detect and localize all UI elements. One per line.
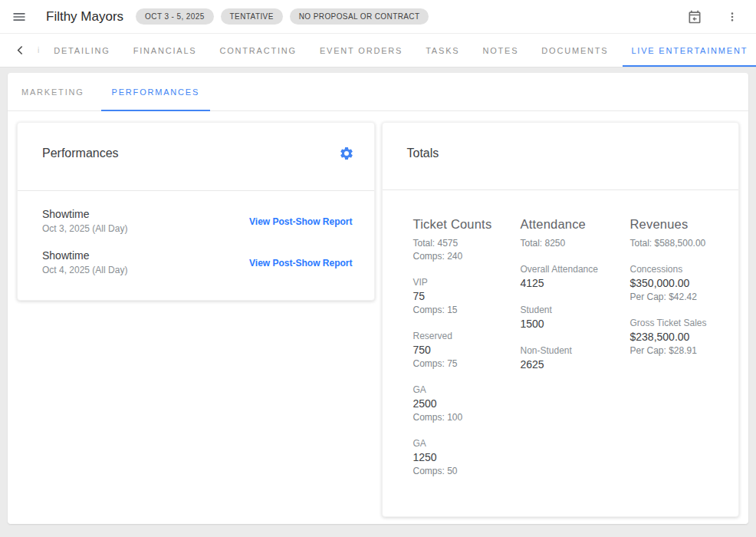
group-value: 2500 <box>413 396 521 411</box>
tab-notes[interactable]: NOTES <box>481 34 520 67</box>
tab-bar-items: DETAILINGFINANCIALSCONTRACTINGEVENT ORDE… <box>42 34 756 67</box>
totals-columns: Ticket CountsTotal: 4575Comps: 240VIP75C… <box>383 190 739 516</box>
tab-bar: i DETAILINGFINANCIALSCONTRACTINGEVENT OR… <box>0 34 756 68</box>
app-screen: Filthy Mayors OCT 3 - 5, 2025TENTATIVENO… <box>0 0 756 537</box>
performance-rows: ShowtimeOct 3, 2025 (All Day)View Post-S… <box>18 191 374 300</box>
performances-card: Performances ShowtimeOct 3, 2025 (All Da… <box>17 122 375 301</box>
group-sub: Comps: 100 <box>413 411 521 424</box>
totals-group-gross-ticket-sales: Gross Ticket Sales$238,500.00Per Cap: $2… <box>630 317 727 357</box>
performance-date: Oct 3, 2025 (All Day) <box>42 222 127 236</box>
group-label: VIP <box>413 276 521 288</box>
totals-column-heading: Attendance <box>521 216 630 232</box>
group-label: GA <box>413 437 521 450</box>
app-bar: Filthy Mayors OCT 3 - 5, 2025TENTATIVENO… <box>0 0 756 34</box>
totals-column-summary: Total: $588,500.00 <box>630 237 727 250</box>
totals-column-heading: Ticket Counts <box>413 216 521 232</box>
cards-row: Performances ShowtimeOct 3, 2025 (All Da… <box>8 111 748 517</box>
hamburger-menu-icon[interactable] <box>12 9 27 25</box>
tab-event-orders[interactable]: EVENT ORDERS <box>318 34 404 67</box>
performance-date: Oct 4, 2025 (All Day) <box>42 263 127 277</box>
totals-group-ga: GA2500Comps: 100 <box>413 384 521 424</box>
group-label: Non-Student <box>521 344 630 357</box>
performances-card-title: Performances <box>42 146 119 160</box>
totals-column-summary: Total: 8250 <box>521 237 630 250</box>
group-sub: Comps: 50 <box>413 465 521 478</box>
view-post-show-report-link[interactable]: View Post-Show Report <box>249 216 352 227</box>
group-value: $350,000.00 <box>630 275 727 291</box>
clipped-tab-fragment: i <box>38 34 39 67</box>
totals-group-overall-attendance: Overall Attendance4125 <box>521 263 630 291</box>
group-label: Reserved <box>413 330 521 342</box>
totals-column-heading: Revenues <box>630 216 727 232</box>
tab-financials[interactable]: FINANCIALS <box>132 34 199 67</box>
totals-column-attendance: AttendanceTotal: 8250Overall Attendance4… <box>521 216 630 372</box>
group-value: 2625 <box>521 357 630 372</box>
group-value: 750 <box>413 342 521 357</box>
totals-group-ga: GA1250Comps: 50 <box>413 437 521 478</box>
badge-no-proposal-or-contract: NO PROPOSAL OR CONTRACT <box>290 8 429 25</box>
tab-contracting[interactable]: CONTRACTING <box>218 34 297 67</box>
performance-row: ShowtimeOct 4, 2025 (All Day)View Post-S… <box>42 249 353 277</box>
performance-info: ShowtimeOct 4, 2025 (All Day) <box>42 249 127 277</box>
tab-tasks[interactable]: TASKS <box>424 34 461 67</box>
performance-name: Showtime <box>42 207 127 222</box>
group-sub: Per Cap: $28.91 <box>630 344 727 357</box>
app-bar-actions <box>687 9 739 25</box>
totals-column-ticket-counts: Ticket CountsTotal: 4575Comps: 240VIP75C… <box>413 216 521 478</box>
tab-live-entertainment[interactable]: LIVE ENTERTAINMENT <box>629 34 749 67</box>
badge-tentative: TENTATIVE <box>221 8 283 25</box>
view-post-show-report-link[interactable]: View Post-Show Report <box>249 258 352 268</box>
group-value: 75 <box>413 288 521 304</box>
totals-column-summary: Total: 4575Comps: 240 <box>413 237 521 263</box>
tab-detailing[interactable]: DETAILING <box>52 34 111 67</box>
tab-documents[interactable]: DOCUMENTS <box>540 34 610 67</box>
badge-oct-3-5-2025: OCT 3 - 5, 2025 <box>136 8 214 25</box>
performances-card-header: Performances <box>18 123 374 161</box>
group-label: GA <box>413 384 521 396</box>
performance-row: ShowtimeOct 3, 2025 (All Day)View Post-S… <box>42 207 353 236</box>
group-label: Overall Attendance <box>521 263 630 275</box>
totals-card-title: Totals <box>407 146 439 160</box>
group-value: 1500 <box>521 316 630 331</box>
summary-line: Total: 8250 <box>521 237 630 250</box>
header-badges: OCT 3 - 5, 2025TENTATIVENO PROPOSAL OR C… <box>136 8 429 25</box>
subtab-performances[interactable]: PERFORMANCES <box>101 73 211 110</box>
subtab-bar: MARKETINGPERFORMANCES <box>8 73 748 111</box>
performance-name: Showtime <box>42 249 127 263</box>
group-label: Student <box>521 304 630 316</box>
totals-card-header: Totals <box>383 123 739 160</box>
totals-group-vip: VIP75Comps: 15 <box>413 276 521 317</box>
kebab-menu-icon[interactable] <box>725 10 739 24</box>
chevron-left-icon[interactable] <box>11 34 30 67</box>
group-label: Concessions <box>630 263 727 275</box>
totals-card: Totals Ticket CountsTotal: 4575Comps: 24… <box>382 122 740 517</box>
calendar-prev-event-icon[interactable] <box>687 9 702 25</box>
group-value: 1250 <box>413 450 521 465</box>
event-title: Filthy Mayors <box>46 9 123 25</box>
group-value: 4125 <box>521 275 630 291</box>
group-sub: Per Cap: $42.42 <box>630 291 727 304</box>
totals-group-reserved: Reserved750Comps: 75 <box>413 330 521 371</box>
summary-line: Total: 4575 <box>413 237 521 250</box>
subtab-marketing[interactable]: MARKETING <box>11 73 95 110</box>
group-value: $238,500.00 <box>630 329 727 344</box>
gear-icon[interactable] <box>339 146 354 161</box>
summary-line: Total: $588,500.00 <box>630 237 727 250</box>
performance-info: ShowtimeOct 3, 2025 (All Day) <box>42 207 127 236</box>
summary-line: Comps: 240 <box>413 250 521 263</box>
group-sub: Comps: 15 <box>413 304 521 317</box>
totals-group-student: Student1500 <box>521 304 630 331</box>
totals-column-revenues: RevenuesTotal: $588,500.00Concessions$35… <box>630 216 727 357</box>
totals-group-non-student: Non-Student2625 <box>521 344 630 372</box>
content-panel: MARKETINGPERFORMANCES Performances Showt… <box>8 73 748 524</box>
group-sub: Comps: 75 <box>413 357 521 371</box>
totals-group-concessions: Concessions$350,000.00Per Cap: $42.42 <box>630 263 727 304</box>
group-label: Gross Ticket Sales <box>630 317 727 329</box>
